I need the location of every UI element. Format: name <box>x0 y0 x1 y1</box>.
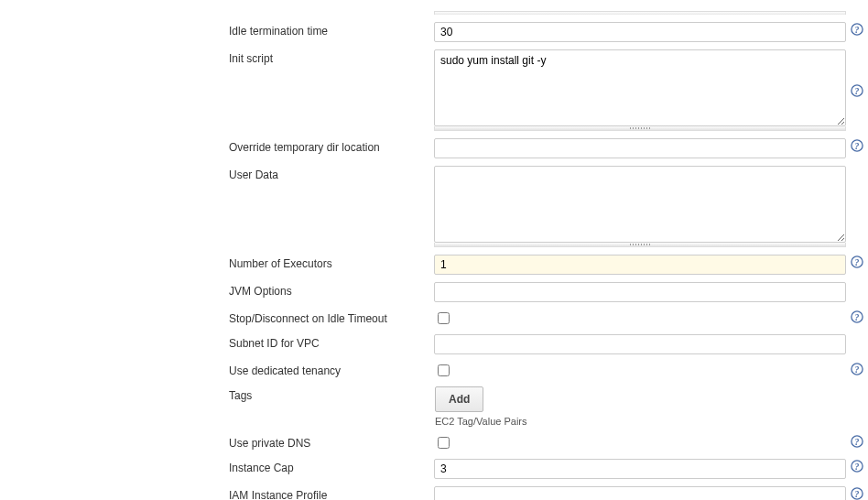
row-idle-termination-time: Idle termination time ? <box>0 18 868 46</box>
label-use-dedicated-tenancy: Use dedicated tenancy <box>0 362 435 377</box>
input-instance-cap[interactable] <box>434 459 846 479</box>
help-icon[interactable]: ? <box>850 434 864 449</box>
row-top-grip <box>0 7 868 18</box>
label-jvm-options: JVM Options <box>0 282 434 298</box>
row-instance-cap: Instance Cap ? <box>0 455 868 483</box>
textarea-init-script[interactable] <box>434 49 846 126</box>
textarea-user-data[interactable] <box>434 166 846 243</box>
tags-note: EC2 Tag/Value Pairs <box>435 416 846 427</box>
svg-text:?: ? <box>855 489 860 499</box>
checkbox-stop-disconnect-idle[interactable] <box>438 312 450 324</box>
row-tags: Tags Add EC2 Tag/Value Pairs <box>0 383 868 430</box>
label-subnet-id-vpc: Subnet ID for VPC <box>0 334 434 350</box>
help-icon[interactable]: ? <box>850 83 864 98</box>
ec2-config-form: Idle termination time ? Init script ? Ov… <box>0 0 868 500</box>
row-stop-disconnect-idle: Stop/Disconnect on Idle Timeout ? <box>0 306 868 331</box>
add-button[interactable]: Add <box>435 386 483 412</box>
svg-text:?: ? <box>855 25 860 35</box>
grip-handle[interactable] <box>434 126 846 131</box>
svg-text:?: ? <box>855 364 860 375</box>
label-use-private-dns: Use private DNS <box>0 434 435 450</box>
label-idle-termination-time: Idle termination time <box>0 22 434 38</box>
label-override-tmp-dir: Override temporary dir location <box>0 138 434 154</box>
input-idle-termination-time[interactable] <box>434 22 846 42</box>
help-icon[interactable]: ? <box>850 138 864 153</box>
help-icon[interactable]: ? <box>850 362 864 376</box>
label-init-script: Init script <box>0 49 434 65</box>
svg-text:?: ? <box>855 85 860 95</box>
checkbox-use-dedicated-tenancy[interactable] <box>438 364 450 376</box>
row-init-script: Init script ? <box>0 46 868 135</box>
svg-text:?: ? <box>855 312 860 322</box>
input-override-tmp-dir[interactable] <box>434 138 846 158</box>
row-override-tmp-dir: Override temporary dir location ? <box>0 135 868 162</box>
grip-handle[interactable] <box>434 243 846 247</box>
help-icon[interactable]: ? <box>850 255 864 269</box>
help-icon[interactable]: ? <box>850 22 864 37</box>
label-stop-disconnect-idle: Stop/Disconnect on Idle Timeout <box>0 310 435 325</box>
label-tags: Tags <box>0 386 435 402</box>
row-num-executors: Number of Executors ? <box>0 251 868 278</box>
row-subnet-id-vpc: Subnet ID for VPC <box>0 331 868 358</box>
svg-text:?: ? <box>855 257 860 267</box>
input-num-executors[interactable] <box>434 255 846 275</box>
help-icon[interactable]: ? <box>850 310 864 324</box>
help-icon[interactable]: ? <box>850 486 864 500</box>
svg-text:?: ? <box>855 141 860 151</box>
label-num-executors: Number of Executors <box>0 255 434 270</box>
row-iam-instance-profile: IAM Instance Profile ? <box>0 483 868 500</box>
svg-text:?: ? <box>855 437 860 447</box>
label-iam-instance-profile: IAM Instance Profile <box>0 486 434 500</box>
label-instance-cap: Instance Cap <box>0 459 434 474</box>
input-jvm-options[interactable] <box>434 282 846 302</box>
input-iam-instance-profile[interactable] <box>434 486 846 500</box>
row-use-dedicated-tenancy: Use dedicated tenancy ? <box>0 358 868 383</box>
svg-text:?: ? <box>855 462 860 472</box>
label-user-data: User Data <box>0 166 434 181</box>
row-user-data: User Data <box>0 162 868 251</box>
row-use-private-dns: Use private DNS ? <box>0 430 868 455</box>
help-icon[interactable]: ? <box>850 459 864 473</box>
row-jvm-options: JVM Options <box>0 278 868 306</box>
input-subnet-id-vpc[interactable] <box>434 334 846 354</box>
grip-handle[interactable] <box>434 11 846 15</box>
checkbox-use-private-dns[interactable] <box>438 437 450 449</box>
